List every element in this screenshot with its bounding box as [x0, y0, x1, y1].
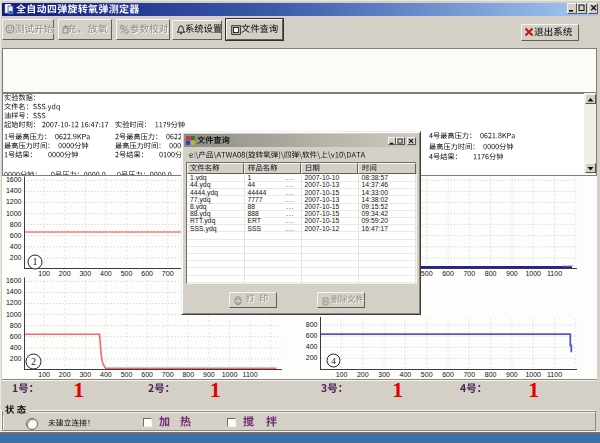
svg-text:2: 2	[31, 356, 36, 367]
svg-text:4: 4	[331, 356, 336, 366]
svg-text:1: 1	[33, 256, 38, 267]
